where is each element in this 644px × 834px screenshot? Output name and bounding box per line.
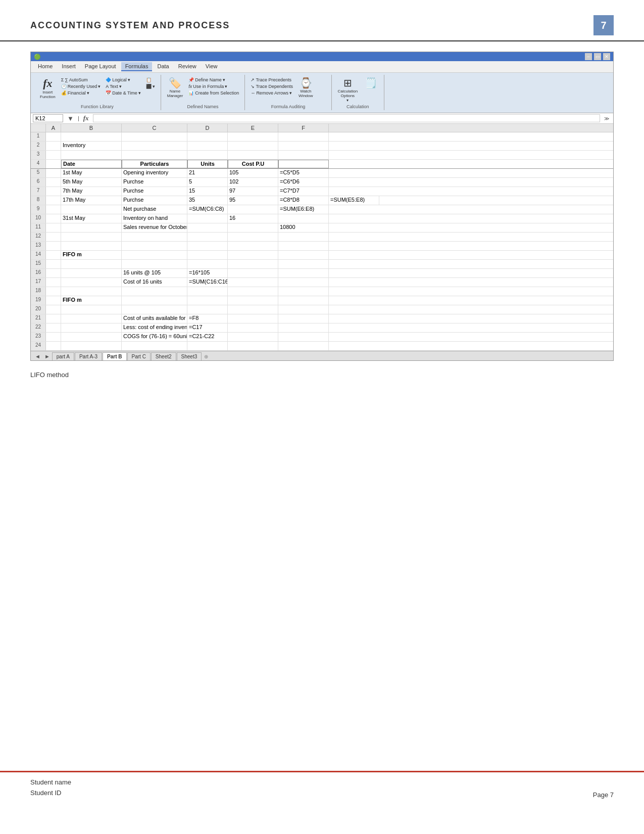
cell-10a[interactable] xyxy=(46,214,61,223)
formula-bar-input[interactable] xyxy=(93,114,600,122)
menu-home[interactable]: Home xyxy=(34,62,57,71)
cell-12f[interactable] xyxy=(278,233,329,241)
sheet-tab-parta3[interactable]: Part A-3 xyxy=(75,352,102,360)
cell-23d[interactable]: =C21-C22 xyxy=(187,333,228,341)
cell-20a[interactable] xyxy=(46,305,61,314)
morefunctions-btn[interactable]: ⬛ ▾ xyxy=(144,83,157,89)
cell-18d[interactable] xyxy=(187,287,228,296)
cell-21e[interactable] xyxy=(228,314,278,323)
cell-4f[interactable] xyxy=(278,160,329,168)
datetime-btn[interactable]: 📅 Date & Time ▾ xyxy=(104,90,142,96)
cell-19d[interactable] xyxy=(187,296,228,305)
cell-3d[interactable] xyxy=(187,151,228,159)
cell-4c[interactable]: Particulars xyxy=(122,160,187,168)
cell-17b[interactable] xyxy=(61,278,122,287)
cell-ref-input[interactable] xyxy=(33,114,63,122)
cell-21d[interactable]: =F8 xyxy=(187,314,228,323)
cell-18c[interactable] xyxy=(122,287,187,296)
text-btn[interactable]: A Text ▾ xyxy=(104,83,142,89)
cell-14e[interactable] xyxy=(228,251,278,259)
cell-13e[interactable] xyxy=(228,242,278,250)
cell-6c[interactable]: Purchse xyxy=(122,178,187,187)
cell-22d[interactable]: =C17 xyxy=(187,323,228,332)
cell-23e[interactable] xyxy=(228,333,278,341)
formula-expand-btn[interactable]: ≫ xyxy=(602,116,611,121)
cell-24f[interactable] xyxy=(278,342,329,350)
paste-btn[interactable]: 📋 xyxy=(144,77,157,83)
logical-btn[interactable]: 🔷 Logical ▾ xyxy=(104,77,142,83)
cell-19c[interactable] xyxy=(122,296,187,305)
sheet-tab-parta[interactable]: part A xyxy=(52,352,74,360)
cell-20c[interactable] xyxy=(122,305,187,314)
cell-18e[interactable] xyxy=(228,287,278,296)
cell-22c[interactable]: Less: cost of ending inventory xyxy=(122,323,187,332)
cell-11a[interactable] xyxy=(46,223,61,232)
cell-13d[interactable] xyxy=(187,242,228,250)
cell-4a[interactable] xyxy=(46,160,61,168)
restore-btn[interactable]: ▭ xyxy=(594,53,601,60)
cell-23b[interactable] xyxy=(61,333,122,341)
cell-1a[interactable] xyxy=(46,132,61,141)
cell-2c[interactable] xyxy=(122,142,187,150)
cell-22e[interactable] xyxy=(228,323,278,332)
cell-23f[interactable] xyxy=(278,333,329,341)
cell-21a[interactable] xyxy=(46,314,61,323)
cell-18f[interactable] xyxy=(278,287,329,296)
cell-20b[interactable] xyxy=(61,305,122,314)
create-from-selection-btn[interactable]: 📊 Create from Selection xyxy=(187,90,240,96)
cell-5b[interactable]: 1st May xyxy=(61,169,122,177)
calculate-now-btn[interactable]: 🗒️ xyxy=(362,77,380,90)
cell-3e[interactable] xyxy=(228,151,278,159)
cell-17c[interactable]: Cost of 16 units xyxy=(122,278,187,287)
minimize-btn[interactable]: – xyxy=(585,53,592,60)
cell-22f[interactable] xyxy=(278,323,329,332)
cell-9c[interactable]: Net purchase xyxy=(122,205,187,214)
cell-5e[interactable]: 105 xyxy=(228,169,278,177)
cell-15f[interactable] xyxy=(278,260,329,268)
cell-16f[interactable] xyxy=(278,269,329,277)
cell-5f[interactable]: =C5*D5 xyxy=(278,169,329,177)
cell-2f[interactable] xyxy=(278,142,329,150)
cell-19f[interactable] xyxy=(278,296,329,305)
cell-15a[interactable] xyxy=(46,260,61,268)
cell-16b[interactable] xyxy=(61,269,122,277)
cell-13b[interactable] xyxy=(61,242,122,250)
cell-8f[interactable]: =C8*D8 xyxy=(278,196,329,205)
cell-4d[interactable]: Units xyxy=(187,160,228,168)
cell-1f[interactable] xyxy=(278,132,329,141)
tab-nav-right[interactable]: ► xyxy=(42,353,52,360)
cell-5d[interactable]: 21 xyxy=(187,169,228,177)
calculation-options-btn[interactable]: ⊞ CalculationOptions ▾ xyxy=(336,77,360,104)
cell-16a[interactable] xyxy=(46,269,61,277)
cell-20e[interactable] xyxy=(228,305,278,314)
cell-11c[interactable]: Sales revenue for October xyxy=(122,223,187,232)
cell-15c[interactable] xyxy=(122,260,187,268)
cell-3f[interactable] xyxy=(278,151,329,159)
cell-2a[interactable] xyxy=(46,142,61,150)
sheet-tab-new[interactable]: ⊕ xyxy=(204,354,208,359)
cell-22b[interactable] xyxy=(61,323,122,332)
cell-16e[interactable] xyxy=(228,269,278,277)
cell-6e[interactable]: 102 xyxy=(228,178,278,187)
watch-window-btn[interactable]: ⌚ WatchWindow xyxy=(296,77,315,99)
cell-5c[interactable]: Opening inventory xyxy=(122,169,187,177)
autosum-btn[interactable]: Σ ∑ AutoSum xyxy=(60,77,103,83)
cell-19a[interactable] xyxy=(46,296,61,305)
cell-7f[interactable]: =C7*D7 xyxy=(278,187,329,196)
cell-12b[interactable] xyxy=(61,233,122,241)
cell-17f[interactable] xyxy=(278,278,329,287)
cell-24b[interactable] xyxy=(61,342,122,350)
menu-insert[interactable]: Insert xyxy=(58,62,80,71)
cell-1c[interactable] xyxy=(122,132,187,141)
cell-7a[interactable] xyxy=(46,187,61,196)
close-btn[interactable]: ✕ xyxy=(603,53,610,60)
cell-15b[interactable] xyxy=(61,260,122,268)
financial-btn[interactable]: 💰 Financial ▾ xyxy=(60,90,103,96)
cell-7e[interactable]: 97 xyxy=(228,187,278,196)
cell-5a[interactable] xyxy=(46,169,61,177)
cell-12c[interactable] xyxy=(122,233,187,241)
cell-20f[interactable] xyxy=(278,305,329,314)
sheet-tab-sheet3[interactable]: Sheet3 xyxy=(177,352,202,360)
cell-3a[interactable] xyxy=(46,151,61,159)
cell-15e[interactable] xyxy=(228,260,278,268)
